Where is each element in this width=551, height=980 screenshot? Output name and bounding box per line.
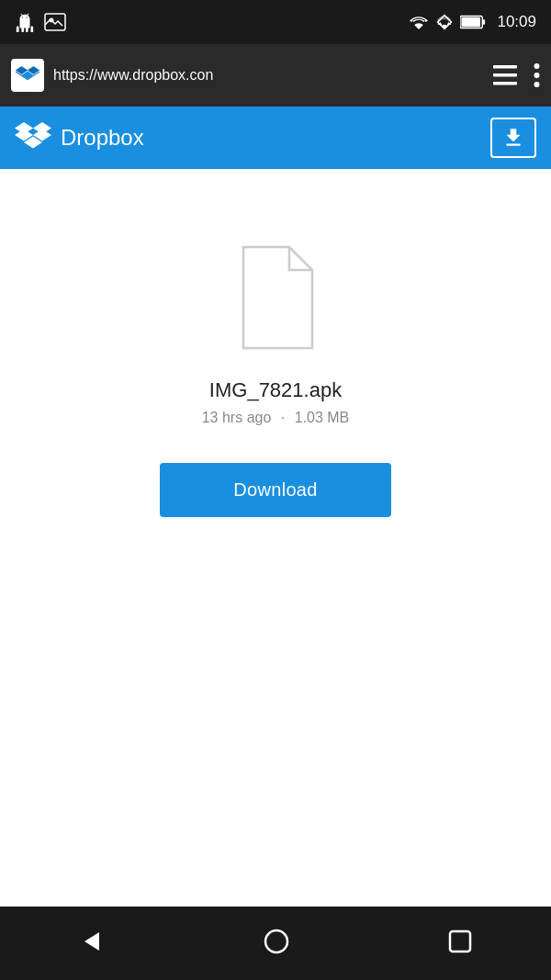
svg-point-10 [534, 73, 540, 78]
android-icon [15, 12, 35, 32]
recents-icon [448, 929, 472, 953]
file-meta: 13 hrs ago · 1.03 MB [202, 410, 350, 426]
svg-rect-8 [493, 82, 517, 85]
status-bar-right: 10:09 [409, 13, 536, 31]
svg-rect-5 [462, 17, 481, 27]
browser-favicon [11, 59, 44, 92]
status-bar-left [15, 12, 66, 32]
download-button[interactable]: Download [160, 463, 390, 517]
back-button[interactable] [70, 919, 114, 967]
browser-icons [493, 63, 540, 87]
svg-marker-12 [84, 932, 99, 951]
hamburger-icon[interactable] [493, 65, 517, 85]
dropbox-logo-text: Dropbox [61, 125, 144, 151]
more-options-icon[interactable] [534, 63, 540, 87]
url-display[interactable]: https://www.dropbox.con [53, 67, 484, 84]
back-icon [79, 929, 105, 954]
status-bar: 10:09 [0, 0, 551, 44]
home-button[interactable] [254, 919, 298, 967]
download-header-icon [501, 126, 525, 150]
signal-icon [436, 14, 453, 30]
photo-icon [44, 13, 66, 31]
browser-bar: https://www.dropbox.con [0, 44, 551, 107]
file-time: 13 hrs ago [202, 410, 272, 425]
header-download-button[interactable] [490, 118, 536, 158]
svg-rect-4 [483, 19, 486, 25]
main-content: IMG_7821.apk 13 hrs ago · 1.03 MB Downlo… [0, 169, 551, 907]
wifi-icon [409, 14, 429, 30]
separator: · [281, 410, 285, 425]
file-icon [230, 242, 321, 353]
svg-rect-14 [450, 931, 470, 952]
file-size: 1.03 MB [295, 410, 350, 425]
svg-point-13 [265, 930, 287, 952]
recents-button[interactable] [439, 920, 481, 966]
nav-bar [0, 907, 551, 980]
svg-point-9 [534, 63, 540, 69]
time-display: 10:09 [497, 13, 536, 31]
home-icon [264, 929, 289, 954]
file-name: IMG_7821.apk [209, 378, 342, 402]
svg-rect-6 [493, 65, 517, 69]
dropbox-header: Dropbox [0, 107, 551, 169]
battery-icon [460, 15, 486, 29]
dropbox-logo-icon [15, 122, 51, 153]
svg-point-11 [534, 82, 540, 87]
file-icon-container [230, 242, 321, 356]
dropbox-logo: Dropbox [15, 122, 144, 153]
svg-rect-7 [493, 73, 517, 77]
